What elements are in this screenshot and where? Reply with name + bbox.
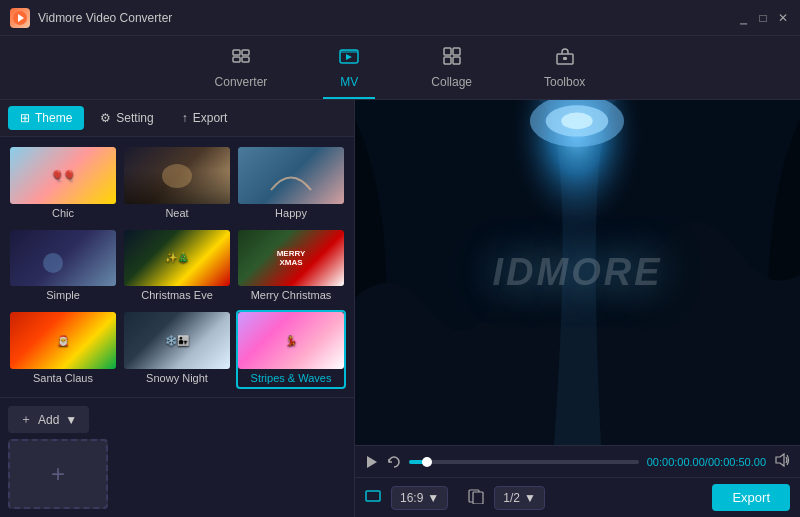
svg-rect-9 [453, 48, 460, 55]
theme-snowy-label: Snowy Night [146, 369, 208, 387]
add-icon: ＋ [20, 411, 32, 428]
titlebar-left: Vidmore Video Converter [10, 8, 172, 28]
toolbox-icon [555, 46, 575, 71]
svg-rect-3 [242, 50, 249, 55]
theme-chic-label: Chic [52, 204, 74, 222]
theme-santa-thumb: 🎅 [10, 312, 116, 369]
volume-icon[interactable] [774, 452, 790, 471]
subtab-export-label: Export [193, 111, 228, 125]
play-button[interactable] [365, 455, 379, 469]
converter-icon [231, 46, 251, 71]
svg-point-15 [43, 253, 63, 273]
theme-neat-thumb [124, 147, 230, 204]
add-button[interactable]: ＋ Add ▼ [8, 406, 89, 433]
theme-icon: ⊞ [20, 111, 30, 125]
add-dropdown-icon: ▼ [65, 413, 77, 427]
theme-merry-christmas[interactable]: MERRYXMAS Merry Christmas [236, 228, 346, 307]
video-controls: 00:00:00.00/00:00:50.00 [355, 445, 800, 477]
main-content: ⊞ Theme ⚙ Setting ↑ Export 🎈🎈 Chic [0, 100, 800, 517]
theme-chic-thumb: 🎈🎈 [10, 147, 116, 204]
aspect-dropdown-icon: ▼ [427, 491, 439, 505]
export-button[interactable]: Export [712, 484, 790, 511]
aspect-ratio-icon [365, 488, 381, 508]
left-panel: ⊞ Theme ⚙ Setting ↑ Export 🎈🎈 Chic [0, 100, 355, 517]
theme-merry-christmas-label: Merry Christmas [251, 286, 332, 304]
right-panel: IDMORE 00:00:00.00/00:00:50.00 [355, 100, 800, 517]
nav-collage-label: Collage [431, 75, 472, 89]
theme-santa-claus[interactable]: 🎅 Santa Claus [8, 310, 118, 389]
theme-christmas-eve-label: Christmas Eve [141, 286, 213, 304]
page-indicator-button[interactable]: 1/2 ▼ [494, 486, 545, 510]
progress-bar[interactable] [409, 460, 639, 464]
aspect-ratio-button[interactable]: 16:9 ▼ [391, 486, 448, 510]
subtab-setting-label: Setting [116, 111, 153, 125]
svg-rect-4 [233, 57, 240, 62]
titlebar: Vidmore Video Converter ⎯ □ ✕ [0, 0, 800, 36]
theme-stripes-label: Stripes & Waves [251, 369, 332, 387]
theme-christmas-eve-thumb: ✨🎄 [124, 230, 230, 287]
svg-rect-22 [366, 491, 380, 501]
theme-happy[interactable]: Happy [236, 145, 346, 224]
bottom-toolbar: 16:9 ▼ 1/2 ▼ Export [355, 477, 800, 517]
theme-neat[interactable]: Neat [122, 145, 232, 224]
add-media-placeholder[interactable]: + [8, 439, 108, 509]
theme-neat-label: Neat [165, 204, 188, 222]
setting-icon: ⚙ [100, 111, 111, 125]
page-indicator-value: 1/2 [503, 491, 520, 505]
theme-chic[interactable]: 🎈🎈 Chic [8, 145, 118, 224]
svg-rect-7 [340, 50, 358, 53]
theme-stripes-thumb: 💃 [238, 312, 344, 369]
top-navigation: Converter MV Collage [0, 36, 800, 100]
svg-rect-5 [242, 57, 249, 62]
theme-simple[interactable]: Simple [8, 228, 118, 307]
theme-merry-christmas-thumb: MERRYXMAS [238, 230, 344, 287]
aspect-ratio-value: 16:9 [400, 491, 423, 505]
minimize-button[interactable]: ⎯ [736, 11, 750, 25]
svg-rect-13 [563, 57, 567, 60]
svg-rect-8 [444, 48, 451, 55]
subtab-theme[interactable]: ⊞ Theme [8, 106, 84, 130]
time-display: 00:00:00.00/00:00:50.00 [647, 456, 766, 468]
video-preview: IDMORE [355, 100, 800, 445]
svg-rect-11 [453, 57, 460, 64]
nav-toolbox[interactable]: Toolbox [528, 38, 601, 99]
add-label: Add [38, 413, 59, 427]
subtab-theme-label: Theme [35, 111, 72, 125]
nav-converter[interactable]: Converter [199, 38, 284, 99]
progress-dot [422, 457, 432, 467]
theme-happy-thumb [238, 147, 344, 204]
collage-icon [442, 46, 462, 71]
plus-icon: + [51, 460, 65, 488]
mv-icon [339, 46, 359, 71]
replay-button[interactable] [387, 455, 401, 469]
page-dropdown-icon: ▼ [524, 491, 536, 505]
svg-marker-21 [367, 456, 377, 468]
app-title: Vidmore Video Converter [38, 11, 172, 25]
theme-christmas-eve[interactable]: ✨🎄 Christmas Eve [122, 228, 232, 307]
svg-rect-10 [444, 57, 451, 64]
svg-point-20 [561, 113, 592, 130]
watermark-text: IDMORE [493, 251, 663, 294]
theme-grid: 🎈🎈 Chic Neat [0, 137, 354, 397]
subtab-export[interactable]: ↑ Export [170, 106, 240, 130]
theme-simple-thumb [10, 230, 116, 287]
svg-point-14 [162, 164, 192, 188]
theme-happy-label: Happy [275, 204, 307, 222]
nav-mv[interactable]: MV [323, 38, 375, 99]
theme-snowy-night[interactable]: ❄️👨‍👧 Snowy Night [122, 310, 232, 389]
theme-santa-label: Santa Claus [33, 369, 93, 387]
page-icon [468, 488, 484, 508]
app-icon [10, 8, 30, 28]
nav-converter-label: Converter [215, 75, 268, 89]
svg-rect-2 [233, 50, 240, 55]
close-button[interactable]: ✕ [776, 11, 790, 25]
theme-stripes-waves[interactable]: 💃 Stripes & Waves [236, 310, 346, 389]
window-controls: ⎯ □ ✕ [736, 11, 790, 25]
svg-rect-24 [473, 492, 483, 504]
nav-collage[interactable]: Collage [415, 38, 488, 99]
maximize-button[interactable]: □ [756, 11, 770, 25]
subtab-setting[interactable]: ⚙ Setting [88, 106, 165, 130]
add-section: ＋ Add ▼ + [0, 397, 354, 517]
theme-simple-label: Simple [46, 286, 80, 304]
subtabs-bar: ⊞ Theme ⚙ Setting ↑ Export [0, 100, 354, 137]
